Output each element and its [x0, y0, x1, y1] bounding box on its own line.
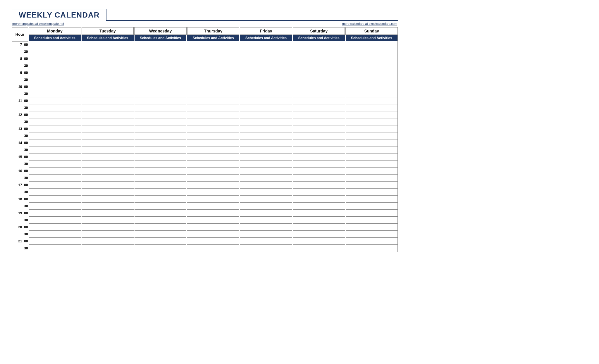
schedule-slot[interactable]	[346, 196, 398, 203]
schedule-slot[interactable]	[29, 125, 81, 132]
schedule-slot[interactable]	[293, 217, 345, 224]
schedule-slot[interactable]	[82, 153, 134, 161]
schedule-slot[interactable]	[346, 118, 398, 125]
schedule-slot[interactable]	[346, 55, 398, 62]
schedule-slot[interactable]	[82, 69, 134, 76]
schedule-slot[interactable]	[187, 132, 239, 139]
schedule-slot[interactable]	[187, 182, 239, 189]
schedule-slot[interactable]	[346, 62, 398, 69]
schedule-slot[interactable]	[293, 245, 345, 252]
schedule-slot[interactable]	[82, 132, 134, 139]
schedule-slot[interactable]	[29, 224, 81, 231]
schedule-slot[interactable]	[29, 48, 81, 55]
schedule-slot[interactable]	[346, 231, 398, 238]
schedule-slot[interactable]	[29, 69, 81, 76]
schedule-slot[interactable]	[187, 69, 239, 76]
schedule-slot[interactable]	[346, 203, 398, 210]
schedule-slot[interactable]	[187, 203, 239, 210]
schedule-slot[interactable]	[293, 69, 345, 76]
schedule-slot[interactable]	[293, 168, 345, 175]
schedule-slot[interactable]	[240, 90, 292, 97]
schedule-slot[interactable]	[82, 139, 134, 146]
schedule-slot[interactable]	[240, 139, 292, 146]
schedule-slot[interactable]	[346, 111, 398, 118]
schedule-slot[interactable]	[240, 104, 292, 111]
schedule-slot[interactable]	[29, 245, 81, 252]
schedule-slot[interactable]	[135, 153, 187, 161]
schedule-slot[interactable]	[135, 104, 187, 111]
schedule-slot[interactable]	[135, 90, 187, 97]
schedule-slot[interactable]	[293, 139, 345, 146]
schedule-slot[interactable]	[293, 189, 345, 196]
schedule-slot[interactable]	[29, 139, 81, 146]
schedule-slot[interactable]	[187, 224, 239, 231]
schedule-slot[interactable]	[187, 231, 239, 238]
schedule-slot[interactable]	[29, 97, 81, 104]
schedule-slot[interactable]	[240, 175, 292, 182]
schedule-slot[interactable]	[293, 196, 345, 203]
schedule-slot[interactable]	[346, 210, 398, 217]
schedule-slot[interactable]	[82, 203, 134, 210]
schedule-slot[interactable]	[346, 48, 398, 55]
schedule-slot[interactable]	[187, 217, 239, 224]
schedule-slot[interactable]	[293, 161, 345, 168]
schedule-slot[interactable]	[293, 76, 345, 83]
schedule-slot[interactable]	[135, 146, 187, 153]
schedule-slot[interactable]	[187, 55, 239, 62]
schedule-slot[interactable]	[135, 97, 187, 104]
schedule-slot[interactable]	[346, 182, 398, 189]
schedule-slot[interactable]	[240, 83, 292, 90]
schedule-slot[interactable]	[29, 90, 81, 97]
schedule-slot[interactable]	[82, 224, 134, 231]
schedule-slot[interactable]	[29, 231, 81, 238]
schedule-slot[interactable]	[293, 224, 345, 231]
schedule-slot[interactable]	[346, 189, 398, 196]
schedule-slot[interactable]	[187, 245, 239, 252]
schedule-slot[interactable]	[135, 118, 187, 125]
schedule-slot[interactable]	[187, 90, 239, 97]
schedule-slot[interactable]	[187, 118, 239, 125]
schedule-slot[interactable]	[187, 175, 239, 182]
schedule-slot[interactable]	[187, 41, 239, 48]
schedule-slot[interactable]	[135, 210, 187, 217]
schedule-slot[interactable]	[29, 62, 81, 69]
schedule-slot[interactable]	[240, 69, 292, 76]
schedule-slot[interactable]	[82, 76, 134, 83]
schedule-slot[interactable]	[82, 97, 134, 104]
schedule-slot[interactable]	[82, 41, 134, 48]
schedule-slot[interactable]	[29, 189, 81, 196]
schedule-slot[interactable]	[293, 90, 345, 97]
schedule-slot[interactable]	[82, 189, 134, 196]
schedule-slot[interactable]	[135, 48, 187, 55]
schedule-slot[interactable]	[293, 182, 345, 189]
schedule-slot[interactable]	[346, 125, 398, 132]
schedule-slot[interactable]	[187, 104, 239, 111]
schedule-slot[interactable]	[29, 111, 81, 118]
schedule-slot[interactable]	[346, 69, 398, 76]
schedule-slot[interactable]	[240, 153, 292, 161]
schedule-slot[interactable]	[293, 104, 345, 111]
schedule-slot[interactable]	[293, 210, 345, 217]
schedule-slot[interactable]	[346, 245, 398, 252]
schedule-slot[interactable]	[346, 217, 398, 224]
schedule-slot[interactable]	[346, 83, 398, 90]
schedule-slot[interactable]	[293, 111, 345, 118]
schedule-slot[interactable]	[240, 97, 292, 104]
schedule-slot[interactable]	[187, 238, 239, 245]
schedule-slot[interactable]	[29, 203, 81, 210]
schedule-slot[interactable]	[29, 238, 81, 245]
schedule-slot[interactable]	[29, 210, 81, 217]
schedule-slot[interactable]	[346, 161, 398, 168]
schedule-slot[interactable]	[240, 238, 292, 245]
schedule-slot[interactable]	[240, 48, 292, 55]
schedule-slot[interactable]	[187, 161, 239, 168]
schedule-slot[interactable]	[346, 104, 398, 111]
schedule-slot[interactable]	[187, 210, 239, 217]
schedule-slot[interactable]	[29, 83, 81, 90]
schedule-slot[interactable]	[82, 217, 134, 224]
schedule-slot[interactable]	[29, 175, 81, 182]
schedule-slot[interactable]	[135, 76, 187, 83]
schedule-slot[interactable]	[187, 48, 239, 55]
schedule-slot[interactable]	[346, 76, 398, 83]
schedule-slot[interactable]	[187, 139, 239, 146]
